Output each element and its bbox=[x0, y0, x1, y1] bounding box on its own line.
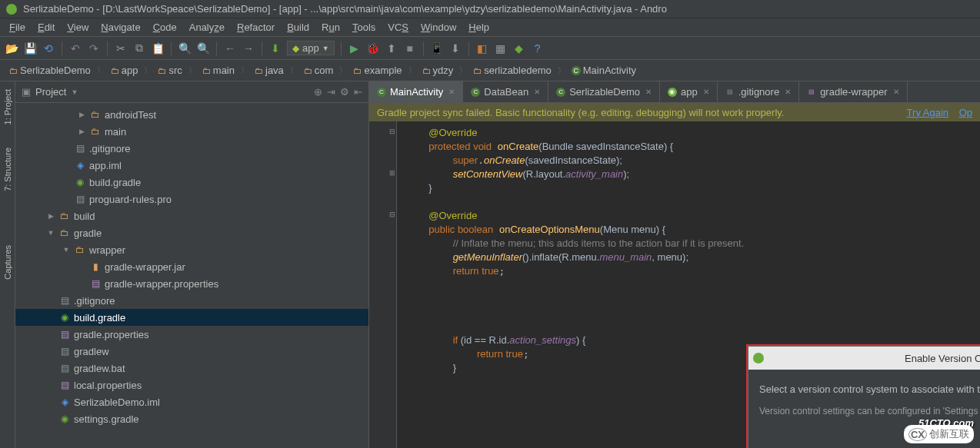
menu-vcs[interactable]: VCS bbox=[383, 20, 413, 35]
tree-item[interactable]: ◈SerlizableDemo.iml bbox=[15, 393, 368, 410]
tree-item[interactable]: ◈app.iml bbox=[15, 157, 368, 174]
editor-tab[interactable]: CDataBean✕ bbox=[463, 81, 548, 102]
tree-item[interactable]: ▤gradle.properties bbox=[15, 326, 368, 343]
prop-icon: ▤ bbox=[89, 278, 102, 289]
editor-tab[interactable]: ▤gradle-wrapper✕ bbox=[799, 81, 907, 102]
tree-item[interactable]: ▤gradle-wrapper.properties bbox=[15, 275, 368, 292]
editor-tab[interactable]: CSerlizableDemo✕ bbox=[548, 81, 660, 102]
menu-code[interactable]: Code bbox=[148, 20, 182, 35]
tree-item[interactable]: ▤gradlew.bat bbox=[15, 360, 368, 377]
debug-icon[interactable]: 🐞 bbox=[366, 41, 380, 55]
redo-icon[interactable]: ↷ bbox=[87, 41, 101, 55]
tree-item[interactable]: ▼🗀gradle bbox=[15, 224, 368, 241]
copy-icon[interactable]: ⧉ bbox=[132, 41, 146, 55]
dialog-title-bar[interactable]: Enable Version Control Integration ✕ bbox=[748, 347, 980, 370]
folder-icon: 🗀 bbox=[58, 211, 71, 221]
run-config-combo[interactable]: ◆ app ▼ bbox=[287, 41, 335, 55]
breadcrumb-item[interactable]: 🗀com bbox=[301, 64, 337, 77]
breadcrumb-item[interactable]: 🗀example bbox=[350, 64, 405, 77]
tree-item[interactable]: ▶🗀main bbox=[15, 123, 368, 140]
file-icon: ▤ bbox=[58, 346, 71, 357]
tree-item[interactable]: ▮gradle-wrapper.jar bbox=[15, 258, 368, 275]
stop-icon[interactable]: ■ bbox=[403, 41, 417, 55]
tree-item[interactable]: ▼🗀wrapper bbox=[15, 241, 368, 258]
tree-item[interactable]: ▤proguard-rules.pro bbox=[15, 191, 368, 207]
chevron-down-icon: ▼ bbox=[322, 45, 329, 52]
find-icon[interactable]: 🔍 bbox=[178, 41, 192, 55]
forward-icon[interactable]: → bbox=[242, 41, 255, 55]
structure-icon[interactable]: ▦ bbox=[494, 41, 508, 55]
tree-item[interactable]: ▶🗀androidTest bbox=[15, 106, 368, 123]
tree-item[interactable]: ▤.gitignore bbox=[15, 292, 368, 309]
breadcrumb-item[interactable]: 🗀app bbox=[108, 64, 142, 77]
project-tool-window: ▣ Project ▼ ⊕ ⇥ ⚙ ⇤ ▶🗀androidTest▶🗀main▤… bbox=[15, 81, 369, 448]
attach-icon[interactable]: ⬆ bbox=[385, 41, 398, 55]
tree-item[interactable]: ◉build.gradle bbox=[15, 309, 368, 326]
menu-refactor[interactable]: Refactor bbox=[232, 20, 279, 35]
menu-help[interactable]: Help bbox=[464, 20, 494, 35]
menu-window[interactable]: Window bbox=[416, 20, 461, 35]
open-link[interactable]: Op bbox=[959, 107, 972, 118]
close-tab-icon[interactable]: ✕ bbox=[534, 88, 540, 96]
tree-item[interactable]: ▤local.properties bbox=[15, 377, 368, 393]
tree-item[interactable]: ▶🗀build bbox=[15, 207, 368, 224]
breadcrumb-item[interactable]: 🗀serlizabledemo bbox=[470, 64, 554, 77]
sync-icon[interactable]: ⟲ bbox=[42, 41, 55, 55]
breadcrumb-item[interactable]: 🗀java bbox=[252, 64, 287, 77]
scroll-from-icon[interactable]: ⊕ bbox=[314, 86, 322, 98]
editor-tab[interactable]: ▤.gitignore✕ bbox=[718, 81, 799, 102]
menu-build[interactable]: Build bbox=[282, 20, 314, 35]
try-again-link[interactable]: Try Again bbox=[907, 107, 948, 118]
main-toolbar: 📂 💾 ⟲ ↶ ↷ ✂ ⧉ 📋 🔍 🔍 ← → ⬇ ◆ app ▼ ▶ 🐞 ⬆ … bbox=[0, 37, 980, 60]
menu-file[interactable]: File bbox=[5, 20, 30, 35]
close-tab-icon[interactable]: ✕ bbox=[703, 88, 709, 96]
cut-icon[interactable]: ✂ bbox=[114, 41, 128, 55]
undo-icon[interactable]: ↶ bbox=[68, 41, 82, 55]
menu-tools[interactable]: Tools bbox=[348, 20, 380, 35]
help-icon[interactable]: ? bbox=[531, 41, 545, 55]
file-icon: ▤ bbox=[74, 194, 86, 204]
menu-navigate[interactable]: Navigate bbox=[96, 20, 145, 35]
close-tab-icon[interactable]: ✕ bbox=[645, 88, 652, 96]
make-icon[interactable]: ⬇ bbox=[268, 41, 282, 55]
tree-item[interactable]: ▤gradlew bbox=[15, 343, 368, 360]
iml-icon: ◈ bbox=[74, 160, 86, 171]
menu-edit[interactable]: Edit bbox=[33, 20, 59, 35]
close-tab-icon[interactable]: ✕ bbox=[893, 88, 899, 96]
tool-captures[interactable]: Captures bbox=[3, 245, 12, 280]
back-icon[interactable]: ← bbox=[223, 41, 237, 55]
chevron-down-icon[interactable]: ▼ bbox=[71, 88, 78, 96]
editor-tab[interactable]: CMainActivity✕ bbox=[369, 81, 463, 102]
paste-icon[interactable]: 📋 bbox=[151, 41, 165, 55]
monitor-icon[interactable]: ◧ bbox=[475, 41, 489, 55]
project-tree[interactable]: ▶🗀androidTest▶🗀main▤.gitignore◈app.iml◉b… bbox=[15, 103, 368, 448]
breadcrumb-item[interactable]: CMainActivity bbox=[568, 64, 639, 77]
tree-item[interactable]: ▤.gitignore bbox=[15, 140, 368, 157]
tree-item[interactable]: ◉build.gradle bbox=[15, 174, 368, 191]
replace-icon[interactable]: 🔍 bbox=[196, 41, 210, 55]
breadcrumb-item[interactable]: 🗀main bbox=[199, 64, 238, 77]
hide-icon[interactable]: ⇤ bbox=[354, 86, 362, 98]
tool-structure[interactable]: 7: Structure bbox=[3, 148, 12, 191]
project-view-icon: ▣ bbox=[22, 86, 31, 98]
editor-tab[interactable]: ◉app✕ bbox=[660, 81, 718, 102]
menu-view[interactable]: View bbox=[62, 20, 93, 35]
avd-icon[interactable]: 📱 bbox=[430, 41, 444, 55]
collapse-icon[interactable]: ⇥ bbox=[327, 86, 335, 98]
menu-analyze[interactable]: Analyze bbox=[185, 20, 229, 35]
sdk-icon[interactable]: ⬇ bbox=[448, 41, 462, 55]
close-tab-icon[interactable]: ✕ bbox=[448, 88, 455, 96]
breadcrumb-item[interactable]: 🗀SerlizableDemo bbox=[6, 64, 94, 77]
menu-run[interactable]: Run bbox=[317, 20, 345, 35]
open-icon[interactable]: 📂 bbox=[5, 41, 18, 55]
tree-item[interactable]: ◉settings.gradle bbox=[15, 410, 368, 427]
save-icon[interactable]: 💾 bbox=[23, 41, 37, 55]
project-panel-header: ▣ Project ▼ ⊕ ⇥ ⚙ ⇤ bbox=[15, 81, 368, 103]
tool-project[interactable]: 1: Project bbox=[3, 89, 12, 124]
close-tab-icon[interactable]: ✕ bbox=[785, 88, 791, 96]
breadcrumb-item[interactable]: 🗀ydzy bbox=[419, 64, 457, 77]
gradle-sync-icon[interactable]: ◆ bbox=[512, 41, 526, 55]
run-icon[interactable]: ▶ bbox=[348, 41, 362, 55]
gear-icon[interactable]: ⚙ bbox=[340, 86, 349, 98]
breadcrumb-item[interactable]: 🗀src bbox=[155, 64, 185, 77]
